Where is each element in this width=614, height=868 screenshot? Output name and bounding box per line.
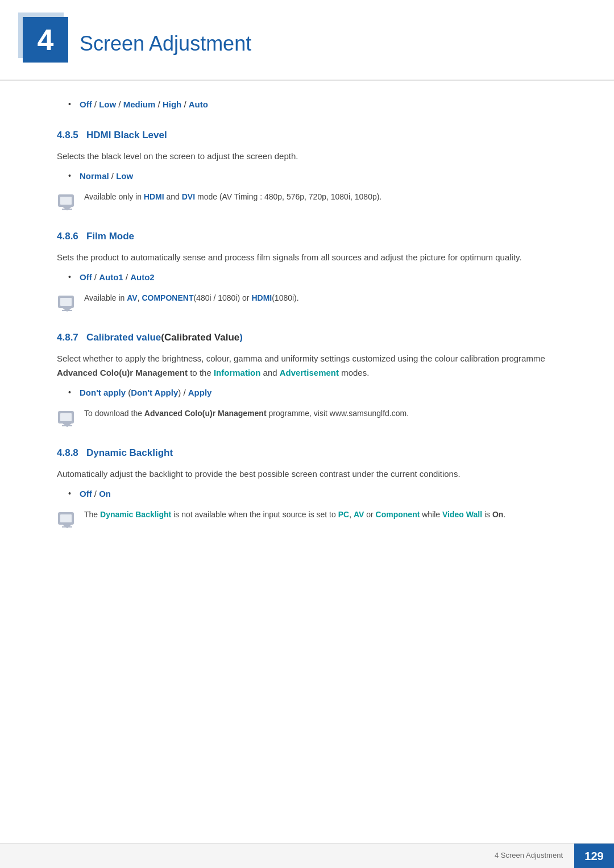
options-list-4-8-5: Normal / Low: [68, 169, 557, 183]
intro-bullet-item: Off / Low / Medium / High / Auto: [68, 98, 557, 111]
section-desc-4-8-6: Sets the product to automatically sense …: [57, 251, 557, 265]
options-list-4-8-6: Off / Auto1 / Auto2: [68, 271, 557, 284]
chapter-number-block: 4: [23, 17, 68, 63]
page-title: Screen Adjustment: [80, 17, 251, 60]
section-desc-4-8-7: Select whether to apply the brightness, …: [57, 352, 557, 380]
section-4-8-6: 4.8.6 Film Mode Sets the product to auto…: [57, 229, 557, 314]
intro-options: Off / Low / Medium / High / Auto: [80, 99, 208, 109]
options-list-4-8-8: Off / On: [68, 487, 557, 501]
section-heading-4-8-5: 4.8.5 HDMI Black Level: [57, 127, 557, 143]
section-desc-4-8-5: Selects the black level on the screen to…: [57, 149, 557, 164]
note-box-4-8-5: Available only in HDMI and DVI mode (AV …: [57, 191, 557, 213]
note-box-4-8-8: The Dynamic Backlight is not available w…: [57, 509, 557, 530]
section-heading-4-8-8: 4.8.8 Dynamic Backlight: [57, 445, 557, 460]
svg-rect-6: [60, 298, 72, 306]
options-item-4-8-8: Off / On: [68, 487, 557, 501]
note-text-4-8-7: To download the Advanced Colo(u)r Manage…: [84, 408, 557, 420]
note-text-4-8-6: Available in AV, COMPONENT(480i / 1080i)…: [84, 292, 557, 304]
footer-page-number: 129: [574, 844, 614, 869]
section-desc-4-8-8: Automatically adjust the backlight to pr…: [57, 467, 557, 481]
section-4-8-8: 4.8.8 Dynamic Backlight Automatically ad…: [57, 445, 557, 530]
svg-rect-16: [60, 514, 72, 522]
svg-rect-1: [60, 197, 72, 205]
note-text-4-8-5: Available only in HDMI and DVI mode (AV …: [84, 191, 557, 203]
note-icon-4-8-8: [57, 510, 77, 530]
note-icon-4-8-6: [57, 293, 77, 314]
main-content: Off / Low / Medium / High / Auto 4.8.5 H…: [0, 86, 614, 586]
options-item-4-8-6: Off / Auto1 / Auto2: [68, 271, 557, 284]
page-footer: 4 Screen Adjustment 129: [0, 843, 614, 868]
note-text-4-8-8: The Dynamic Backlight is not available w…: [84, 509, 557, 521]
footer-section-label: 4 Screen Adjustment: [495, 850, 574, 862]
section-4-8-7: 4.8.7 Calibrated value(Calibrated Value)…: [57, 330, 557, 429]
svg-rect-11: [60, 413, 72, 421]
chapter-number: 4: [38, 25, 54, 55]
note-icon-4-8-7: [57, 409, 77, 429]
note-box-4-8-7: To download the Advanced Colo(u)r Manage…: [57, 408, 557, 429]
options-item-4-8-5: Normal / Low: [68, 169, 557, 183]
page-header: 4 Screen Adjustment: [0, 0, 614, 81]
intro-bullet-list: Off / Low / Medium / High / Auto: [68, 98, 557, 111]
options-list-4-8-7: Don't apply (Don't Apply) / Apply: [68, 386, 557, 400]
note-icon-4-8-5: [57, 192, 77, 213]
section-heading-4-8-7: 4.8.7 Calibrated value(Calibrated Value): [57, 330, 557, 345]
note-box-4-8-6: Available in AV, COMPONENT(480i / 1080i)…: [57, 292, 557, 314]
section-4-8-5: 4.8.5 HDMI Black Level Selects the black…: [57, 127, 557, 213]
options-item-4-8-7: Don't apply (Don't Apply) / Apply: [68, 386, 557, 400]
section-heading-4-8-6: 4.8.6 Film Mode: [57, 229, 557, 244]
